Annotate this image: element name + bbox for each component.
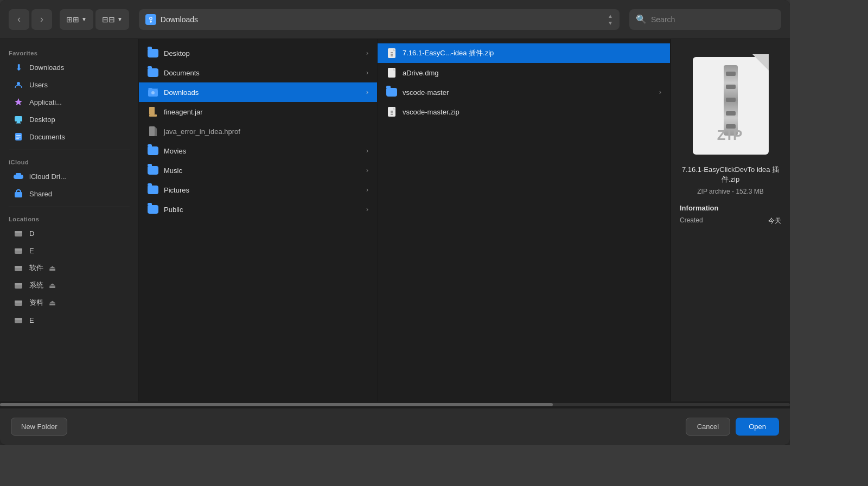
sidebar-item-documents-label: Documents	[29, 133, 65, 141]
sidebar-item-software[interactable]: 软件 ⏏	[4, 259, 134, 277]
file-item-name: Pictures	[164, 186, 361, 194]
column-view-button[interactable]: ⊞⊞ ▼	[60, 9, 93, 30]
file-item-name: Public	[164, 206, 361, 214]
sidebar-item-downloads[interactable]: ⬇ Downloads	[4, 59, 134, 76]
svg-rect-22	[15, 318, 22, 320]
chevron-right-icon: ›	[366, 49, 368, 57]
sidebar-item-desktop[interactable]: Desktop	[4, 111, 134, 128]
horizontal-scrollbar[interactable]	[0, 401, 790, 408]
open-button[interactable]: Open	[736, 418, 779, 436]
list-item[interactable]: fineagent.jar	[139, 102, 377, 122]
list-item[interactable]: Documents ›	[139, 63, 377, 82]
sidebar-item-users-label: Users	[29, 81, 48, 89]
scrollbar-track	[0, 403, 790, 406]
chevron-right-icon: ›	[659, 88, 661, 96]
svg-rect-29	[391, 52, 393, 53]
list-item[interactable]: Movies ›	[139, 141, 377, 161]
folder-icon	[148, 204, 158, 215]
search-input[interactable]	[651, 15, 775, 24]
sidebar-item-data[interactable]: 资料 ⏏	[4, 294, 134, 311]
scrollbar-thumb[interactable]	[0, 403, 553, 406]
list-item[interactable]: Music ›	[139, 161, 377, 180]
new-folder-button[interactable]: New Folder	[11, 418, 67, 436]
forward-button[interactable]: ›	[31, 9, 52, 30]
favorites-label: Favorites	[0, 46, 138, 59]
svg-rect-16	[15, 266, 22, 268]
sidebar-item-drive-e[interactable]: E	[4, 242, 134, 259]
location-stepper[interactable]: ▲ ▼	[608, 13, 613, 26]
grid-view-icon: ⊟⊟	[102, 15, 115, 24]
action-buttons: Cancel Open	[686, 418, 779, 436]
folder-icon	[148, 67, 158, 78]
list-item[interactable]: Desktop ›	[139, 43, 377, 63]
svg-rect-4	[17, 122, 20, 123]
eject-data-icon[interactable]: ⏏	[49, 298, 56, 307]
svg-rect-10	[15, 192, 22, 197]
drive-d-icon	[13, 228, 24, 239]
sidebar-item-documents[interactable]: Documents	[4, 128, 134, 145]
icloud-label: iCloud	[0, 155, 138, 168]
drive-e2-icon	[13, 315, 24, 325]
nav-buttons: ‹ ›	[9, 9, 52, 30]
sidebar-item-applications[interactable]: Applicati...	[4, 93, 134, 111]
file-item-name: vscode-master	[403, 88, 654, 97]
list-item[interactable]: aDrive.dmg	[378, 63, 670, 82]
svg-rect-36	[391, 114, 393, 115]
sidebar-item-shared[interactable]: Shared	[4, 185, 134, 202]
search-bar: 🔍	[629, 9, 781, 30]
list-item[interactable]: Downloads ›	[139, 82, 377, 102]
sidebar-item-applications-label: Applicati...	[29, 98, 62, 106]
list-item[interactable]: Pictures ›	[139, 180, 377, 200]
sidebar-item-software-label: 软件	[29, 263, 43, 273]
preview-filetype: ZIP archive - 152.3 MB	[697, 188, 764, 195]
icloud-drive-icon	[13, 171, 24, 182]
grid-view-button[interactable]: ⊟⊟ ▼	[95, 9, 129, 30]
content-area: Favorites ⬇ Downloads Users	[0, 39, 790, 401]
file-panes: Desktop › Documents ›	[139, 39, 790, 401]
system-drive-icon	[13, 280, 24, 291]
preview-pane: ZIP 7.16.1-EasyClickDevTo idea 插件.zip ZI…	[671, 39, 790, 401]
sidebar-item-drive-d[interactable]: D	[4, 225, 134, 242]
cancel-button[interactable]: Cancel	[686, 418, 730, 436]
data-drive-icon	[13, 297, 24, 308]
file-item-name: Desktop	[164, 49, 361, 57]
svg-rect-32	[388, 68, 395, 78]
list-item[interactable]: vscode-master ›	[378, 82, 670, 102]
svg-rect-25	[149, 107, 155, 114]
sidebar-item-users[interactable]: Users	[4, 76, 134, 93]
eject-software-icon[interactable]: ⏏	[49, 264, 56, 272]
sidebar-item-drive-e2[interactable]: E	[4, 311, 134, 329]
sidebar-item-system[interactable]: 系统 ⏏	[4, 277, 134, 294]
folder-icon	[148, 48, 158, 59]
back-button[interactable]: ‹	[9, 9, 29, 30]
sidebar: Favorites ⬇ Downloads Users	[0, 39, 139, 401]
file-preview-icon: ZIP	[687, 50, 774, 158]
location-bar[interactable]: Downloads ▲ ▼	[139, 9, 620, 30]
chevron-right-icon: ›	[366, 147, 368, 155]
created-value: 今天	[768, 216, 781, 226]
folder-icon	[148, 165, 158, 176]
search-icon: 🔍	[636, 14, 647, 24]
svg-rect-31	[391, 55, 393, 56]
svg-rect-27	[149, 126, 155, 136]
list-item[interactable]: Public ›	[139, 200, 377, 219]
svg-rect-8	[16, 137, 21, 138]
list-item[interactable]: vscode-master.zip	[378, 102, 670, 122]
divider-2	[9, 207, 130, 207]
svg-rect-12	[15, 231, 22, 233]
applications-icon	[13, 97, 24, 107]
software-drive-icon	[13, 263, 24, 273]
svg-rect-14	[15, 248, 22, 251]
list-item[interactable]: 7.16.1-EasyC...-idea 插件.zip	[378, 43, 670, 63]
folder-icon	[148, 145, 158, 156]
location-icon	[145, 14, 156, 25]
sidebar-item-drive-e2-label: E	[29, 316, 34, 324]
sidebar-item-icloud-drive[interactable]: iCloud Dri...	[4, 168, 134, 185]
eject-system-icon[interactable]: ⏏	[49, 281, 56, 290]
locations-label: Locations	[0, 212, 138, 225]
shared-icon	[13, 188, 24, 199]
bottom-bar: New Folder Cancel Open	[0, 408, 790, 445]
sidebar-item-icloud-drive-label: iCloud Dri...	[29, 172, 66, 181]
file-item-name: Music	[164, 167, 361, 175]
list-item[interactable]: java_error_in_idea.hprof	[139, 122, 377, 141]
